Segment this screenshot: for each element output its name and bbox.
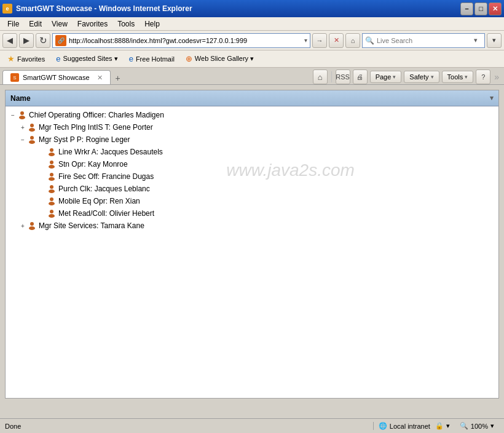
tools-dropdown-button[interactable]: Tools ▾ bbox=[442, 71, 474, 83]
tab-icon-smartgwt: S bbox=[10, 73, 19, 82]
toggle-mgr-tech[interactable]: + bbox=[18, 122, 28, 132]
home-button[interactable]: ⌂ bbox=[345, 33, 360, 48]
help-button[interactable]: ? bbox=[476, 70, 490, 84]
tree-row-mobile[interactable]: Mobile Eq Opr: Ren Xian bbox=[6, 195, 498, 207]
label-met: Met Read/Coll: Olivier Hebert bbox=[58, 209, 154, 218]
person-icon-line bbox=[47, 148, 56, 156]
tree-row-purch[interactable]: Purch Clk: Jacques Leblanc bbox=[6, 183, 498, 195]
window-title: SmartGWT Showcase - Windows Internet Exp… bbox=[16, 4, 460, 13]
security-status: 🔒 ▾ bbox=[435, 422, 450, 430]
address-bar[interactable]: 🔗 http://localhost:8888/index.html?gwt.c… bbox=[52, 33, 310, 48]
tools-arrow-icon: ▾ bbox=[465, 74, 468, 80]
close-button[interactable]: ✕ bbox=[489, 2, 502, 15]
label-stn: Stn Opr: Kay Monroe bbox=[58, 160, 128, 169]
menu-view[interactable]: View bbox=[47, 18, 73, 30]
favorites-button[interactable]: ★ Favorites bbox=[4, 53, 49, 65]
safety-arrow-icon: ▾ bbox=[431, 74, 434, 80]
svg-point-5 bbox=[29, 140, 35, 144]
web-slice-button[interactable]: ⊕ Web Slice Gallery ▾ bbox=[182, 53, 258, 65]
search-settings-button[interactable]: ▾ bbox=[487, 33, 502, 48]
refresh-button[interactable]: ↻ bbox=[36, 33, 50, 48]
search-bar[interactable]: 🔍 ▾ bbox=[362, 33, 485, 48]
search-input[interactable] bbox=[377, 37, 470, 44]
svg-point-2 bbox=[30, 124, 34, 127]
svg-point-0 bbox=[20, 111, 24, 115]
menu-tools[interactable]: Tools bbox=[112, 18, 140, 30]
tree-row-mgr-site[interactable]: + Mgr Site Services: Tamara Kane bbox=[6, 220, 498, 232]
star-icon: ★ bbox=[7, 54, 15, 63]
ie-search-icon: 🔍 bbox=[365, 36, 374, 45]
toggle-coo[interactable]: − bbox=[8, 110, 18, 120]
go-button[interactable]: → bbox=[312, 33, 327, 48]
suggested-sites-button[interactable]: e Suggested Sites ▾ bbox=[52, 53, 121, 65]
address-dropdown[interactable]: ▾ bbox=[304, 37, 307, 44]
status-text: Done bbox=[5, 423, 368, 430]
tree-row-mgr-tech[interactable]: + Mgr Tech Plng IntIS T: Gene Porter bbox=[6, 121, 498, 133]
menu-bar: File Edit View Favorites Tools Help bbox=[0, 17, 504, 31]
print-button[interactable]: 🖨 bbox=[353, 70, 368, 84]
svg-point-3 bbox=[29, 128, 35, 132]
window-controls: – □ ✕ bbox=[460, 2, 502, 15]
person-icon-stn bbox=[47, 160, 56, 169]
tab-smartgwt[interactable]: S SmartGWT Showcase ✕ bbox=[2, 70, 111, 84]
home-toolbar-button[interactable]: ⌂ bbox=[313, 70, 328, 84]
svg-point-8 bbox=[50, 161, 53, 164]
person-icon-mobile bbox=[47, 197, 56, 205]
ie-icon-suggested: e bbox=[56, 54, 60, 63]
safety-label: Safety bbox=[409, 73, 428, 81]
toggle-mgr-site[interactable]: + bbox=[18, 221, 28, 231]
sort-icon[interactable]: ▾ bbox=[490, 94, 494, 102]
new-tab-button[interactable]: + bbox=[112, 72, 124, 84]
tab-close-icon[interactable]: ✕ bbox=[97, 74, 103, 82]
label-mgr-tech: Mgr Tech Plng IntIS T: Gene Porter bbox=[39, 123, 153, 132]
svg-point-1 bbox=[19, 116, 25, 119]
person-icon-purch bbox=[47, 185, 56, 193]
back-button[interactable]: ◀ bbox=[2, 33, 17, 48]
label-mgr-site: Mgr Site Services: Tamara Kane bbox=[39, 221, 144, 230]
svg-point-13 bbox=[49, 189, 55, 193]
webslice-icon: ⊕ bbox=[186, 54, 192, 63]
favorites-bar: ★ Favorites e Suggested Sites ▾ e Free H… bbox=[0, 50, 504, 68]
person-icon-mgr-tech bbox=[28, 123, 36, 132]
tree-row-coo[interactable]: − Chief Operating Officer: Charles Madig… bbox=[6, 109, 498, 121]
safety-dropdown-button[interactable]: Safety ▾ bbox=[404, 71, 439, 83]
person-icon-fire bbox=[47, 172, 56, 181]
minimize-button[interactable]: – bbox=[460, 2, 473, 15]
toggle-mgr-syst[interactable]: − bbox=[18, 135, 28, 145]
rss-button[interactable]: RSS bbox=[336, 70, 350, 84]
refresh-stop-button[interactable]: ✕ bbox=[329, 33, 344, 48]
menu-edit[interactable]: Edit bbox=[24, 18, 47, 30]
tree-row-line[interactable]: Line Wrkr A: Jacques Desautels bbox=[6, 146, 498, 158]
svg-point-10 bbox=[50, 173, 53, 177]
menu-favorites[interactable]: Favorites bbox=[73, 18, 112, 30]
menu-file[interactable]: File bbox=[2, 18, 24, 30]
tree-row-stn[interactable]: Stn Opr: Kay Monroe bbox=[6, 158, 498, 170]
tree-row-met[interactable]: Met Read/Coll: Olivier Hebert bbox=[6, 207, 498, 220]
search-go-button[interactable]: ▾ bbox=[470, 34, 482, 47]
tree-header: Name ▾ bbox=[6, 90, 498, 106]
forward-button[interactable]: ▶ bbox=[19, 33, 34, 48]
label-mgr-syst: Mgr Syst P P: Rogine Leger bbox=[39, 135, 130, 144]
zoom-control[interactable]: 🔍 100% ▾ bbox=[455, 422, 499, 430]
free-hotmail-button[interactable]: e Free Hotmail bbox=[125, 53, 178, 65]
svg-point-18 bbox=[30, 222, 34, 226]
toggle-fire bbox=[37, 172, 47, 181]
maximize-button[interactable]: □ bbox=[474, 2, 487, 15]
svg-point-9 bbox=[49, 165, 55, 169]
label-coo: Chief Operating Officer: Charles Madigen bbox=[29, 111, 164, 119]
label-fire: Fire Sec Off: Francine Dugas bbox=[58, 172, 154, 181]
zoom-arrow[interactable]: ▾ bbox=[490, 422, 494, 430]
svg-point-19 bbox=[29, 226, 35, 230]
svg-point-7 bbox=[49, 153, 55, 156]
zone-label: Local intranet bbox=[390, 423, 430, 430]
tree-row-fire[interactable]: Fire Sec Off: Francine Dugas bbox=[6, 170, 498, 183]
tree-row-mgr-syst[interactable]: − Mgr Syst P P: Rogine Leger bbox=[6, 133, 498, 146]
toggle-mobile bbox=[37, 196, 47, 206]
toggle-stn bbox=[37, 159, 47, 169]
security-zone: 🌐 Local intranet bbox=[373, 422, 430, 430]
nav-bar: ◀ ▶ ↻ 🔗 http://localhost:8888/index.html… bbox=[0, 31, 504, 50]
security-arrow[interactable]: ▾ bbox=[446, 422, 450, 430]
menu-help[interactable]: Help bbox=[140, 18, 165, 30]
page-dropdown-button[interactable]: Page ▾ bbox=[370, 71, 402, 83]
toolbar-expand-icon[interactable]: » bbox=[494, 72, 499, 82]
